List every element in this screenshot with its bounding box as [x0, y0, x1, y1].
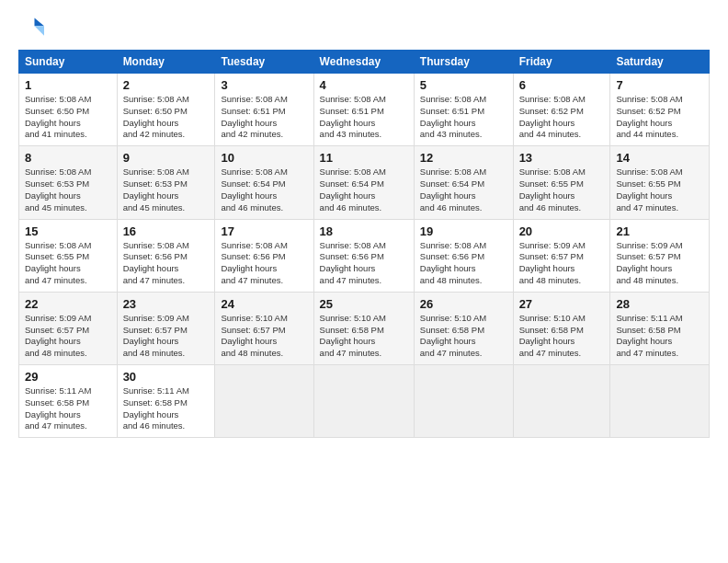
day-info: Sunrise: 5:08 AM Sunset: 6:54 PM Dayligh…: [420, 167, 507, 213]
day-number: 28: [616, 297, 703, 311]
col-tuesday: Tuesday: [215, 51, 313, 74]
day-info: Sunrise: 5:11 AM Sunset: 6:58 PM Dayligh…: [616, 313, 703, 360]
cell-day-3: 3 Sunrise: 5:08 AM Sunset: 6:51 PM Dayli…: [215, 74, 313, 146]
logo: [18, 15, 48, 40]
col-wednesday: Wednesday: [313, 51, 414, 74]
col-thursday: Thursday: [414, 51, 513, 74]
cell-empty: [513, 365, 610, 438]
cell-day-16: 16 Sunrise: 5:08 AM Sunset: 6:56 PM Dayl…: [117, 219, 215, 292]
cell-empty: [414, 365, 513, 438]
cell-empty: [610, 365, 710, 438]
col-monday: Monday: [117, 51, 215, 74]
day-number: 26: [420, 297, 507, 311]
cell-day-6: 6 Sunrise: 5:08 AM Sunset: 6:52 PM Dayli…: [513, 74, 610, 146]
day-info: Sunrise: 5:08 AM Sunset: 6:54 PM Dayligh…: [221, 167, 307, 213]
day-number: 22: [25, 297, 111, 311]
cell-day-23: 23 Sunrise: 5:09 AM Sunset: 6:57 PM Dayl…: [117, 292, 215, 364]
day-number: 25: [320, 297, 408, 311]
cell-day-13: 13 Sunrise: 5:08 AM Sunset: 6:55 PM Dayl…: [513, 146, 610, 219]
day-number: 8: [25, 151, 111, 165]
cell-empty: [215, 365, 313, 438]
day-info: Sunrise: 5:08 AM Sunset: 6:55 PM Dayligh…: [519, 167, 605, 213]
header: [18, 15, 710, 40]
cell-day-10: 10 Sunrise: 5:08 AM Sunset: 6:54 PM Dayl…: [215, 146, 313, 219]
cell-day-14: 14 Sunrise: 5:08 AM Sunset: 6:55 PM Dayl…: [610, 146, 710, 219]
cell-day-11: 11 Sunrise: 5:08 AM Sunset: 6:54 PM Dayl…: [313, 146, 414, 219]
cell-day-19: 19 Sunrise: 5:08 AM Sunset: 6:56 PM Dayl…: [414, 219, 513, 292]
day-number: 27: [519, 297, 605, 311]
day-number: 4: [320, 78, 408, 92]
logo-icon: [18, 15, 44, 40]
day-info: Sunrise: 5:09 AM Sunset: 6:57 PM Dayligh…: [25, 313, 111, 360]
day-number: 18: [320, 224, 408, 238]
day-number: 5: [420, 78, 507, 92]
cell-day-28: 28 Sunrise: 5:11 AM Sunset: 6:58 PM Dayl…: [610, 292, 710, 364]
cell-day-4: 4 Sunrise: 5:08 AM Sunset: 6:51 PM Dayli…: [313, 74, 414, 146]
day-info: Sunrise: 5:10 AM Sunset: 6:57 PM Dayligh…: [221, 313, 307, 360]
day-number: 15: [25, 224, 111, 238]
svg-rect-2: [18, 18, 35, 36]
calendar: Sunday Monday Tuesday Wednesday Thursday…: [18, 50, 710, 438]
day-number: 9: [123, 151, 210, 165]
cell-day-17: 17 Sunrise: 5:08 AM Sunset: 6:56 PM Dayl…: [215, 219, 313, 292]
day-number: 24: [221, 297, 307, 311]
day-info: Sunrise: 5:08 AM Sunset: 6:54 PM Dayligh…: [320, 167, 408, 213]
day-number: 30: [123, 370, 210, 384]
day-info: Sunrise: 5:08 AM Sunset: 6:52 PM Dayligh…: [519, 94, 605, 141]
day-number: 20: [519, 224, 605, 238]
day-number: 7: [616, 78, 703, 92]
day-number: 17: [221, 224, 307, 238]
cell-day-1: 1 Sunrise: 5:08 AM Sunset: 6:50 PM Dayli…: [19, 74, 118, 146]
cell-day-20: 20 Sunrise: 5:09 AM Sunset: 6:57 PM Dayl…: [513, 219, 610, 292]
cell-day-30: 30 Sunrise: 5:11 AM Sunset: 6:58 PM Dayl…: [117, 365, 215, 438]
day-number: 1: [25, 78, 111, 92]
cell-day-18: 18 Sunrise: 5:08 AM Sunset: 6:56 PM Dayl…: [313, 219, 414, 292]
day-info: Sunrise: 5:08 AM Sunset: 6:55 PM Dayligh…: [25, 240, 111, 287]
page: Sunday Monday Tuesday Wednesday Thursday…: [0, 0, 728, 563]
day-number: 19: [420, 224, 507, 238]
day-number: 29: [25, 370, 111, 384]
cell-day-26: 26 Sunrise: 5:10 AM Sunset: 6:58 PM Dayl…: [414, 292, 513, 364]
svg-marker-1: [35, 26, 45, 36]
day-info: Sunrise: 5:09 AM Sunset: 6:57 PM Dayligh…: [616, 240, 703, 287]
day-info: Sunrise: 5:08 AM Sunset: 6:50 PM Dayligh…: [25, 94, 111, 141]
day-info: Sunrise: 5:09 AM Sunset: 6:57 PM Dayligh…: [519, 240, 605, 287]
day-info: Sunrise: 5:08 AM Sunset: 6:56 PM Dayligh…: [123, 240, 210, 287]
day-number: 16: [123, 224, 210, 238]
day-number: 6: [519, 78, 605, 92]
cell-day-12: 12 Sunrise: 5:08 AM Sunset: 6:54 PM Dayl…: [414, 146, 513, 219]
cell-day-25: 25 Sunrise: 5:10 AM Sunset: 6:58 PM Dayl…: [313, 292, 414, 364]
day-info: Sunrise: 5:08 AM Sunset: 6:51 PM Dayligh…: [320, 94, 408, 141]
cell-day-22: 22 Sunrise: 5:09 AM Sunset: 6:57 PM Dayl…: [19, 292, 118, 364]
day-number: 21: [616, 224, 703, 238]
col-friday: Friday: [513, 51, 610, 74]
col-sunday: Sunday: [19, 51, 118, 74]
day-number: 23: [123, 297, 210, 311]
day-info: Sunrise: 5:08 AM Sunset: 6:52 PM Dayligh…: [616, 94, 703, 141]
cell-day-8: 8 Sunrise: 5:08 AM Sunset: 6:53 PM Dayli…: [19, 146, 118, 219]
day-info: Sunrise: 5:08 AM Sunset: 6:55 PM Dayligh…: [616, 167, 703, 213]
day-number: 10: [221, 151, 307, 165]
day-info: Sunrise: 5:11 AM Sunset: 6:58 PM Dayligh…: [25, 385, 111, 432]
day-info: Sunrise: 5:08 AM Sunset: 6:50 PM Dayligh…: [123, 94, 210, 141]
svg-marker-0: [35, 18, 45, 27]
day-info: Sunrise: 5:08 AM Sunset: 6:51 PM Dayligh…: [420, 94, 507, 141]
cell-day-5: 5 Sunrise: 5:08 AM Sunset: 6:51 PM Dayli…: [414, 74, 513, 146]
day-info: Sunrise: 5:08 AM Sunset: 6:56 PM Dayligh…: [420, 240, 507, 287]
calendar-header-row: Sunday Monday Tuesday Wednesday Thursday…: [19, 51, 710, 74]
day-number: 13: [519, 151, 605, 165]
day-number: 3: [221, 78, 307, 92]
day-info: Sunrise: 5:11 AM Sunset: 6:58 PM Dayligh…: [123, 385, 210, 432]
col-saturday: Saturday: [610, 51, 710, 74]
day-info: Sunrise: 5:08 AM Sunset: 6:53 PM Dayligh…: [25, 167, 111, 213]
day-info: Sunrise: 5:08 AM Sunset: 6:51 PM Dayligh…: [221, 94, 307, 141]
day-number: 12: [420, 151, 507, 165]
cell-day-2: 2 Sunrise: 5:08 AM Sunset: 6:50 PM Dayli…: [117, 74, 215, 146]
day-info: Sunrise: 5:08 AM Sunset: 6:53 PM Dayligh…: [123, 167, 210, 213]
day-info: Sunrise: 5:08 AM Sunset: 6:56 PM Dayligh…: [320, 240, 408, 287]
day-number: 11: [320, 151, 408, 165]
day-number: 14: [616, 151, 703, 165]
cell-day-7: 7 Sunrise: 5:08 AM Sunset: 6:52 PM Dayli…: [610, 74, 710, 146]
cell-day-9: 9 Sunrise: 5:08 AM Sunset: 6:53 PM Dayli…: [117, 146, 215, 219]
day-info: Sunrise: 5:10 AM Sunset: 6:58 PM Dayligh…: [320, 313, 408, 360]
